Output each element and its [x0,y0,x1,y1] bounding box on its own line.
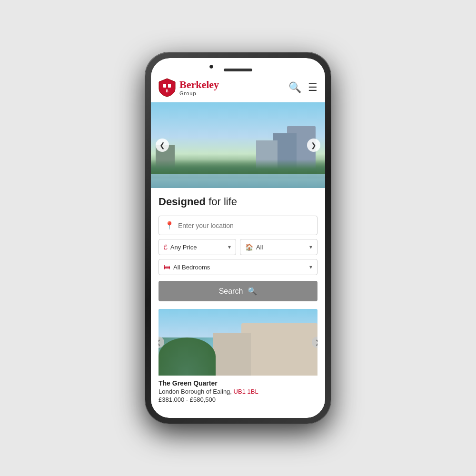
property-info: The Green Quarter London Borough of Eali… [159,376,317,407]
search-button-icon: 🔍 [248,287,257,296]
prop-trees [159,337,216,376]
search-button-label: Search [219,287,243,296]
content-area: Designed for life 📍 £ Any Price [151,188,325,418]
logo-brand-name: Berkeley [179,79,219,90]
screen: B Berkeley Group 🔍 ☰ [151,58,325,418]
hero-prev-button[interactable]: ❮ [156,139,169,152]
bed-icon: 🛏 [164,263,170,271]
svg-rect-1 [168,84,171,88]
property-price: £381,000 - £580,500 [159,396,317,403]
menu-icon[interactable]: ☰ [308,81,317,94]
property-image: ❮ ❯ [159,309,317,376]
home-icon: 🏠 [245,243,253,251]
type-select[interactable]: All [256,244,307,251]
prop-building-2 [213,333,251,376]
hero-next-button[interactable]: ❯ [307,139,320,152]
selects-row: £ Any Price ▾ 🏠 All ▾ [159,239,317,255]
bedrooms-select-wrapper[interactable]: 🛏 All Bedrooms ▾ [159,259,317,275]
properties-section: ❮ ❯ The Green Quarter London Borough of … [159,309,317,407]
logo-area: B Berkeley Group [159,78,219,97]
search-icon[interactable]: 🔍 [288,81,301,94]
property-card: ❮ ❯ The Green Quarter London Borough of … [159,309,317,407]
bedrooms-select[interactable]: All Bedrooms [173,264,307,271]
headline-bold: Designed [159,196,206,208]
hero-water [151,174,325,188]
prop-building-1 [241,323,317,376]
hero-banner: ❮ ❯ [151,102,325,188]
svg-rect-0 [163,84,166,88]
search-form: 📍 £ Any Price ▾ 🏠 [159,216,317,301]
header-icons: 🔍 ☰ [288,81,317,94]
property-postcode: UB1 1BL [234,388,258,395]
search-button[interactable]: Search 🔍 [159,281,317,301]
price-select-wrapper[interactable]: £ Any Price ▾ [159,239,236,255]
phone-speaker [224,69,252,71]
logo-text: Berkeley Group [179,79,219,96]
phone-inner: B Berkeley Group 🔍 ☰ [151,58,325,418]
price-icon: £ [164,243,168,251]
logo-sub-name: Group [179,90,219,96]
headline: Designed for life [159,196,317,208]
hero-background [151,102,325,188]
price-select[interactable]: Any Price [170,244,225,251]
property-name: The Green Quarter [159,379,317,387]
svg-text:B: B [166,89,169,93]
header: B Berkeley Group 🔍 ☰ [151,73,325,102]
phone-camera [209,65,213,69]
logo-shield-icon: B [159,78,176,97]
type-select-wrapper[interactable]: 🏠 All ▾ [240,239,317,255]
headline-rest: for life [206,196,237,208]
phone-device: B Berkeley Group 🔍 ☰ [145,52,331,424]
location-input[interactable] [178,222,311,229]
type-chevron-icon: ▾ [309,244,312,250]
property-address-line: London Borough of Ealing, [159,388,234,395]
location-input-wrapper[interactable]: 📍 [159,216,317,235]
location-icon: 📍 [165,221,174,230]
bedrooms-chevron-icon: ▾ [309,264,312,270]
price-chevron-icon: ▾ [228,244,231,250]
property-address: London Borough of Ealing, UB1 1BL [159,388,317,395]
